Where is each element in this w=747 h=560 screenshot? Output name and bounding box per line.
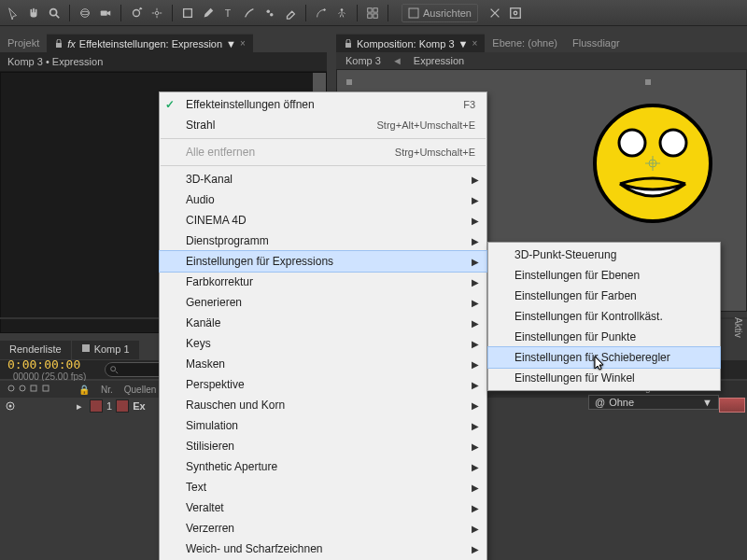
twirl-icon[interactable]: ▸ (73, 400, 86, 413)
layer-name[interactable]: Ex (133, 400, 145, 412)
dropdown-icon[interactable]: ▼ (702, 397, 712, 408)
svg-rect-13 (368, 13, 372, 17)
menu-item-simulation[interactable]: Simulation▶ (160, 415, 486, 436)
zoom-tool-icon[interactable] (45, 4, 63, 22)
submenu-arrow-icon: ▶ (472, 175, 479, 185)
expressions-submenu: 3D-Punkt-SteuerungEinstellungen für Eben… (487, 242, 721, 391)
fx-breadcrumb: Komp 3 • Expression (0, 52, 327, 72)
submenu-item-einstellungen-f-r-farben[interactable]: Einstellungen für Farben (488, 286, 720, 306)
svg-rect-12 (374, 7, 377, 11)
menu-open-fx-settings[interactable]: ✓ Effekteinstellungen öffnen F3 (160, 94, 486, 115)
submenu-arrow-icon: ▶ (472, 318, 479, 329)
submenu-item-3d-punkt-steuerung[interactable]: 3D-Punkt-Steuerung (488, 245, 720, 265)
rotate-tool-icon[interactable] (127, 4, 146, 22)
current-timecode[interactable]: 0:00:00:00 (7, 357, 86, 371)
shape-tool-icon[interactable] (178, 4, 197, 22)
tab-effekteinstellungen[interactable]: fx Effekteinstellungen: Expression ▼ × (47, 34, 253, 52)
tab-ebene[interactable]: Ebene: (ohne) (485, 34, 565, 52)
layer-visibility-icon[interactable] (0, 399, 73, 413)
svg-point-27 (111, 367, 116, 371)
parent-dropdown[interactable]: @Ohne ▼ (588, 395, 719, 410)
lock-icon (344, 39, 353, 49)
submenu-item-einstellungen-f-r-winkel[interactable]: Einstellungen für Winkel (488, 368, 720, 388)
align-label: Ausrichten (423, 7, 472, 19)
smiley-graphic[interactable] (587, 98, 718, 229)
menu-remove-all: Alle entfernen Strg+Umschalt+E (160, 142, 486, 162)
brush-tool-icon[interactable] (240, 4, 259, 22)
submenu-item-einstellungen-f-r-schieberegler[interactable]: Einstellungen für Schieberegler (488, 347, 720, 368)
svg-rect-3 (101, 10, 107, 15)
svg-rect-16 (511, 7, 521, 18)
menu-item-veraltet[interactable]: Veraltet▶ (160, 497, 486, 518)
tab-flussdiagramm[interactable]: Flussdiagr (565, 34, 627, 52)
left-panel-tabs: Projekt fx Effekteinstellungen: Expressi… (0, 34, 327, 52)
toggle-icons[interactable] (0, 384, 73, 395)
submenu-item-einstellungen-f-r-ebenen[interactable]: Einstellungen für Ebenen (488, 265, 720, 286)
menu-item-kan-le[interactable]: Kanäle▶ (160, 313, 486, 333)
close-icon[interactable]: × (472, 38, 477, 49)
submenu-item-einstellungen-f-r-punkte[interactable]: Einstellungen für Punkte (488, 327, 720, 347)
menu-item-audio[interactable]: Audio▶ (160, 189, 486, 210)
submenu-item-einstellungen-f-r-kontrollk-st-[interactable]: Einstellungen für Kontrollkäst. (488, 306, 720, 327)
aktiv-label: Aktiv (733, 317, 743, 338)
svg-rect-31 (43, 385, 49, 391)
puppet-tool-icon[interactable] (332, 4, 351, 22)
snap-bounds-icon[interactable] (506, 4, 525, 22)
tab-komp1[interactable]: Komp 1 (72, 341, 139, 359)
orbit-tool-icon[interactable] (76, 4, 94, 22)
close-icon[interactable]: × (240, 38, 246, 49)
svg-point-0 (50, 8, 57, 15)
menu-item-einstellungen-f-r-expressions[interactable]: Einstellungen für Expressions▶ (160, 251, 486, 272)
menu-item-keys[interactable]: Keys▶ (160, 333, 486, 354)
menu-item-synthetic-aperture[interactable]: Synthetic Aperture▶ (160, 456, 486, 477)
clone-tool-icon[interactable] (261, 4, 279, 22)
dropdown-icon[interactable]: ▼ (458, 38, 469, 49)
tab-renderliste[interactable]: Renderliste (0, 341, 71, 359)
menu-item-generieren[interactable]: Generieren▶ (160, 292, 486, 313)
effects-context-menu: ✓ Effekteinstellungen öffnen F3 Strahl S… (159, 91, 487, 560)
svg-point-17 (514, 11, 517, 15)
menu-item-perspektive[interactable]: Perspektive▶ (160, 374, 486, 395)
menu-item-stilisieren[interactable]: Stilisieren▶ (160, 436, 486, 456)
menu-item-weich-und-scharfzeichnen[interactable]: Weich- und Scharfzeichnen▶ (160, 539, 486, 559)
pen-tool-icon[interactable] (199, 4, 218, 22)
anchor-tool-icon[interactable] (148, 4, 166, 22)
roto-tool-icon[interactable] (312, 4, 331, 22)
submenu-arrow-icon: ▶ (472, 503, 479, 513)
tab-komposition[interactable]: Komposition: Komp 3 ▼ × (336, 34, 485, 52)
align-dropdown[interactable]: Ausrichten (402, 4, 478, 22)
snap-icon[interactable] (486, 4, 504, 22)
eraser-tool-icon[interactable] (281, 4, 300, 22)
camera-tool-icon[interactable] (96, 4, 115, 22)
right-panel-tabs: Komposition: Komp 3 ▼ × Ebene: (ohne) Fl… (336, 34, 747, 52)
submenu-arrow-icon: ▶ (472, 462, 479, 472)
submenu-arrow-icon: ▶ (472, 359, 479, 370)
svg-rect-21 (645, 79, 651, 85)
layer-type-icon (116, 399, 129, 413)
menu-strahl[interactable]: Strahl Strg+Alt+Umschalt+E (160, 115, 486, 135)
layer-track-bar[interactable] (719, 398, 745, 413)
menu-item-verzerren[interactable]: Verzerren▶ (160, 518, 486, 539)
svg-rect-5 (184, 8, 192, 17)
menu-item-masken[interactable]: Masken▶ (160, 354, 486, 374)
menu-item-dienstprogramm[interactable]: Dienstprogramm▶ (160, 231, 486, 251)
menu-item-text[interactable]: Text▶ (160, 477, 486, 497)
menu-item-farbkorrektur[interactable]: Farbkorrektur▶ (160, 272, 486, 292)
svg-point-4 (155, 11, 159, 15)
svg-point-29 (20, 385, 25, 391)
dropdown-icon[interactable]: ▼ (226, 38, 236, 49)
switch-icon[interactable]: 🔒 (73, 385, 95, 395)
menu-item-3d-kanal[interactable]: 3D-Kanal▶ (160, 169, 486, 189)
menu-item-cinema-4d[interactable]: CINEMA 4D▶ (160, 210, 486, 231)
grid-tool-icon[interactable] (363, 4, 382, 22)
hand-tool-icon[interactable] (24, 4, 43, 22)
menu-item-rauschen-und-korn[interactable]: Rauschen und Korn▶ (160, 395, 486, 415)
svg-rect-20 (346, 79, 352, 85)
layer-color-swatch[interactable] (90, 399, 103, 413)
text-tool-icon[interactable]: T (219, 4, 238, 22)
submenu-arrow-icon: ▶ (472, 257, 479, 267)
pickwhip-icon[interactable]: @ (595, 397, 605, 408)
tab-projekt[interactable]: Projekt (0, 34, 47, 52)
selection-tool-icon[interactable] (4, 4, 22, 22)
submenu-arrow-icon: ▶ (472, 339, 479, 349)
